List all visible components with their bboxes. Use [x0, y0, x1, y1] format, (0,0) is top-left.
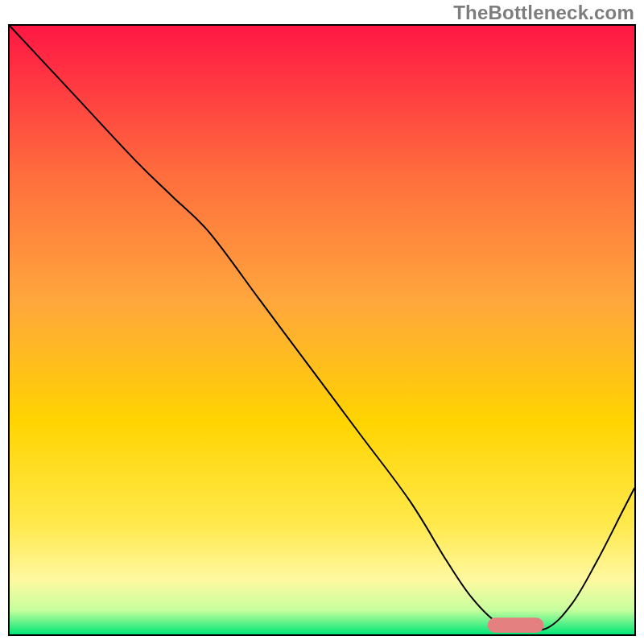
gradient-background	[10, 26, 634, 634]
chart-stage: TheBottleneck.com	[0, 0, 644, 644]
chart-svg	[10, 26, 634, 634]
plot-area	[8, 24, 636, 636]
watermark-label: TheBottleneck.com	[453, 2, 634, 24]
optimal-marker	[488, 617, 544, 633]
